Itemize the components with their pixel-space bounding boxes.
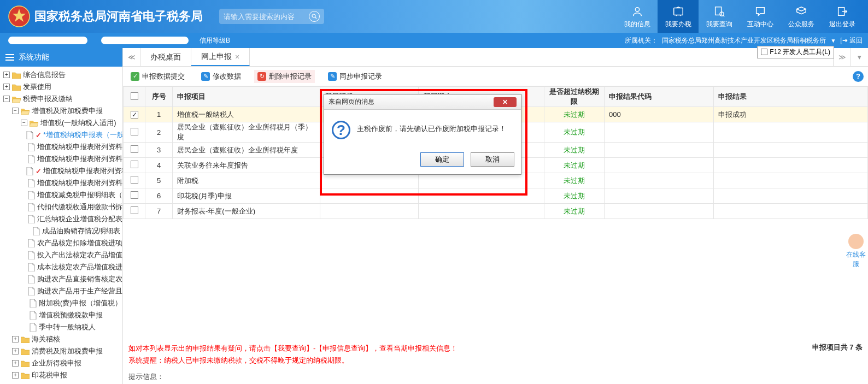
dialog-ok-button[interactable]: 确定 <box>420 152 464 167</box>
help-button[interactable]: ? <box>853 71 864 82</box>
toolbar-同步申报记录[interactable]: ✎同步申报记录 <box>325 70 385 83</box>
tree-node[interactable]: 汇总纳税企业增值税分配表 <box>0 213 122 225</box>
row-checkbox[interactable] <box>131 145 138 153</box>
nav-我要查询[interactable]: 我要查询 <box>699 0 740 33</box>
toolbar-删除申报记录[interactable]: ↻删除申报记录 <box>254 70 315 83</box>
toolbar-icon: ↻ <box>257 72 266 81</box>
tabs-menu[interactable]: ▾ <box>851 48 868 66</box>
online-service-widget[interactable]: 在线客服 <box>846 234 866 269</box>
file-icon <box>28 155 35 163</box>
tree-node-label: 季中转一般纳税人 <box>39 322 96 332</box>
search-button[interactable] <box>309 11 320 22</box>
toolbar-label: 申报数据提交 <box>142 72 185 81</box>
tree-node[interactable]: 投入产出法核定农产品增值 <box>0 249 122 261</box>
tree-node[interactable]: ✓*增值税纳税申报表（一般 <box>0 129 122 141</box>
nav-互动中心[interactable]: 互动中心 <box>740 0 781 33</box>
nav-tree: +综合信息报告+发票使用−税费申报及缴纳−增值税及附加税费申报−增值税(一般纳税… <box>0 67 122 384</box>
tree-toggle-icon[interactable]: − <box>3 96 10 102</box>
tree-node[interactable]: 成本法核定农产品增值税进 <box>0 261 122 273</box>
cell-overdue: 未过期 <box>544 143 605 158</box>
taxpayer-name-mask <box>8 37 87 44</box>
tree-node[interactable]: 成品油购销存情况明细表 <box>0 225 122 237</box>
row-checkbox[interactable] <box>131 176 138 184</box>
toolbar-icon: ✎ <box>201 72 210 81</box>
devtools-popup[interactable]: F12 开发人员工具(L) <box>757 46 834 58</box>
tree-node[interactable]: +综合信息报告 <box>0 69 122 81</box>
tree-node-label: 企业所得税申报 <box>32 358 81 368</box>
cell-code: 000 <box>605 107 714 122</box>
nav-icon <box>712 4 726 19</box>
tree-node[interactable]: 增值税纳税申报表附列资料 <box>0 177 122 189</box>
row-checkbox[interactable] <box>131 128 138 135</box>
tree-toggle-icon[interactable]: + <box>12 348 19 355</box>
row-checkbox[interactable] <box>131 206 138 214</box>
folder-icon <box>21 336 30 343</box>
toolbar-修改数据[interactable]: ✎修改数据 <box>198 70 244 83</box>
nav-公众服务[interactable]: 公众服务 <box>781 0 822 33</box>
org-dropdown-icon[interactable]: ▼ <box>830 38 836 44</box>
cell-code <box>605 143 714 158</box>
tree-node[interactable]: 附加税(费)申报（增值税） <box>0 297 122 309</box>
table-row[interactable]: 7财务报表-年度(一般企业)未过期 <box>124 204 868 219</box>
toolbar-icon: ✎ <box>328 72 337 81</box>
row-checkbox[interactable] <box>131 191 138 199</box>
dialog-cancel-button[interactable]: 取消 <box>471 152 514 167</box>
tree-node[interactable]: −增值税(一般纳税人适用) <box>0 117 122 129</box>
tab-办税桌面[interactable]: 办税桌面 <box>140 48 191 66</box>
tree-node[interactable]: +印花税申报 <box>0 369 122 381</box>
tree-toggle-icon[interactable]: + <box>12 336 19 342</box>
tree-node[interactable]: +消费税及附加税费申报 <box>0 345 122 357</box>
tree-node[interactable]: 购进农产品用于生产经营且 <box>0 285 122 297</box>
tree-toggle-icon[interactable]: + <box>12 360 19 367</box>
nav-我要办税[interactable]: 我要办税 <box>658 0 699 33</box>
tree-toggle-icon[interactable]: − <box>21 120 27 126</box>
cell-no: 1 <box>145 107 173 122</box>
sidebar: 系统功能 +综合信息报告+发票使用−税费申报及缴纳−增值税及附加税费申报−增值税… <box>0 48 123 384</box>
dialog-titlebar: 来自网页的消息 ✕ <box>324 94 521 110</box>
check-icon: ✓ <box>36 131 42 139</box>
tree-toggle-icon[interactable]: − <box>12 108 19 114</box>
tree-node[interactable]: 代扣代缴税收通用缴款书拆 <box>0 201 122 213</box>
search-input[interactable] <box>224 13 306 21</box>
tree-node[interactable]: 增值税减免税申报明细表（ <box>0 189 122 201</box>
row-checkbox[interactable]: ✓ <box>131 111 138 119</box>
tree-node[interactable]: 增值税纳税申报表附列资料 <box>0 153 122 165</box>
tree-node[interactable]: 增值税纳税申报表附列资料 <box>0 141 122 153</box>
cell-project: 财务报表-年度(一般企业) <box>173 204 320 219</box>
taxpayer-id-mask <box>101 37 189 44</box>
tree-node[interactable]: 增值税预缴税款申报 <box>0 309 122 321</box>
tree-toggle-icon[interactable]: + <box>3 84 10 90</box>
tree-node-label: 发票使用 <box>23 82 51 92</box>
nav-退出登录[interactable]: 退出登录 <box>822 0 863 33</box>
toolbar-申报数据提交[interactable]: ✓申报数据提交 <box>127 70 188 83</box>
tree-node[interactable]: ✓增值税纳税申报表附列资料 <box>0 165 122 177</box>
row-checkbox[interactable] <box>131 161 138 168</box>
select-all-checkbox[interactable] <box>131 92 138 100</box>
tab-网上申报[interactable]: 网上申报× <box>191 48 250 66</box>
sidebar-collapse-button[interactable]: ≪ <box>123 48 140 66</box>
tree-toggle-icon[interactable]: + <box>3 72 10 78</box>
svg-point-6 <box>719 11 723 15</box>
cell-overdue: 未过期 <box>544 188 605 204</box>
toolbar-label: 删除申报记录 <box>269 72 312 81</box>
file-icon <box>28 275 35 283</box>
tree-node[interactable]: −税费申报及缴纳 <box>0 93 122 105</box>
tree-node[interactable]: +发票使用 <box>0 81 122 93</box>
dialog-message: 主税作废前，请先确认已作废附加税申报记录！ <box>357 121 506 134</box>
nav-label: 公众服务 <box>788 20 814 29</box>
tree-node[interactable]: +海关稽核 <box>0 333 122 345</box>
close-icon[interactable]: × <box>235 52 239 61</box>
tree-node[interactable]: 农产品核定扣除增值税进项 <box>0 237 122 249</box>
back-link[interactable]: [➔ 返回 <box>840 36 863 45</box>
tree-node[interactable]: 购进农产品直接销售核定农 <box>0 273 122 285</box>
folder-icon <box>12 84 21 91</box>
dialog-close-button[interactable]: ✕ <box>494 97 517 107</box>
cell-start <box>320 204 419 219</box>
nav-我的信息[interactable]: 我的信息 <box>617 0 658 33</box>
file-icon <box>28 251 35 259</box>
tabs-scroll-right[interactable]: ≫ <box>833 48 851 66</box>
tree-node[interactable]: −增值税及附加税费申报 <box>0 105 122 117</box>
tree-node[interactable]: +企业所得税申报 <box>0 357 122 369</box>
tree-toggle-icon[interactable]: + <box>12 372 19 379</box>
tree-node[interactable]: 季中转一般纳税人 <box>0 321 122 333</box>
